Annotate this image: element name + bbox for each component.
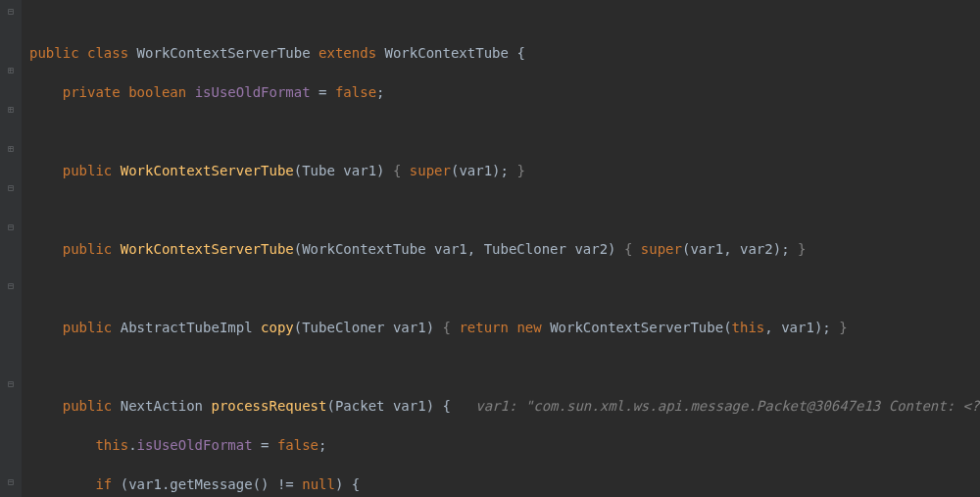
fold-icon[interactable]: ⊟ (6, 223, 16, 232)
fold-icon[interactable]: ⊟ (6, 7, 16, 17)
fold-icon[interactable]: ⊞ (6, 105, 16, 115)
code-line[interactable]: public class WorkContextServerTube exten… (22, 43, 980, 63)
keyword-class: class (87, 45, 128, 61)
brace: { (516, 45, 524, 61)
class-name: WorkContextServerTube (137, 45, 311, 61)
code-line[interactable]: public AbstractTubeImpl copy(TubeCloner … (22, 318, 980, 337)
code-line[interactable]: private boolean isUseOldFormat = false; (22, 82, 980, 102)
code-line[interactable] (22, 122, 980, 141)
fold-icon[interactable]: ⊞ (6, 66, 16, 75)
folded-body[interactable]: { (624, 241, 641, 257)
code-area[interactable]: public class WorkContextServerTube exten… (22, 0, 980, 497)
fold-icon[interactable]: ⊟ (6, 379, 16, 389)
debug-hint: var1: "com.sun.xml.ws.api.message.Packet… (475, 398, 980, 414)
fold-icon[interactable]: ⊞ (6, 144, 16, 154)
keyword-private: private (63, 84, 121, 100)
code-line[interactable]: public WorkContextServerTube(WorkContext… (22, 239, 980, 259)
code-line[interactable]: if (var1.getMessage() != null) { (22, 474, 980, 494)
constructor: WorkContextServerTube (121, 163, 294, 178)
code-line[interactable] (22, 357, 980, 376)
code-line[interactable] (22, 278, 980, 298)
fold-icon[interactable]: ⊟ (6, 477, 16, 487)
folded-body[interactable]: { (393, 163, 410, 178)
keyword-public: public (29, 45, 79, 61)
folded-body[interactable]: { (443, 320, 460, 335)
code-line[interactable]: public NextAction processRequest(Packet … (22, 396, 980, 416)
constructor: WorkContextServerTube (121, 241, 294, 257)
code-editor[interactable]: ⊟ ⊞ ⊞ ⊞ ⊟ ⊟ ⊟ ⊟ ⊟ public class WorkConte… (0, 0, 980, 497)
keyword-extends: extends (318, 45, 376, 61)
superclass: WorkContextTube (385, 45, 509, 61)
fold-icon[interactable]: ⊟ (6, 183, 16, 193)
fold-icon[interactable]: ⊟ (6, 281, 16, 291)
gutter[interactable]: ⊟ ⊞ ⊞ ⊞ ⊟ ⊟ ⊟ ⊟ ⊟ (0, 0, 22, 497)
code-line[interactable]: this.isUseOldFormat = false; (22, 435, 980, 455)
field: isUseOldFormat (195, 84, 311, 100)
code-line[interactable]: public WorkContextServerTube(Tube var1) … (22, 161, 980, 180)
literal-false: false (335, 84, 376, 100)
method: copy (261, 320, 294, 335)
method: processRequest (211, 398, 326, 414)
code-line[interactable] (22, 200, 980, 220)
keyword-boolean: boolean (128, 84, 186, 100)
